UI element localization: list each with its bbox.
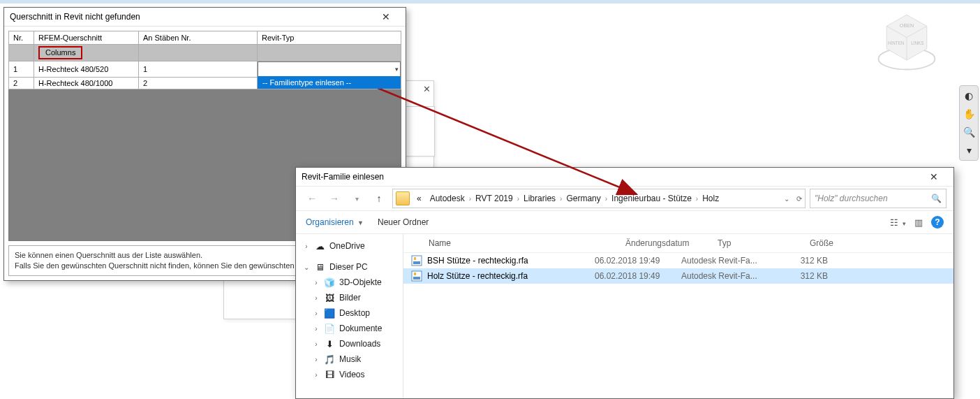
dropdown-option[interactable]: -- Familientype einlesen -- bbox=[258, 76, 401, 89]
tree-node[interactable]: ›🎵Musik bbox=[303, 351, 403, 367]
svg-rect-8 bbox=[414, 257, 416, 260]
rfa-file-icon bbox=[410, 270, 423, 282]
refresh-icon[interactable]: ⟳ bbox=[796, 195, 802, 203]
tree-node[interactable]: ›📄Dokumente bbox=[303, 321, 403, 336]
view-options-button[interactable]: ☷ ▾ bbox=[890, 217, 906, 228]
close-button[interactable]: ✕ bbox=[920, 168, 948, 185]
svg-text:OBEN: OBEN bbox=[900, 22, 914, 29]
table-row[interactable]: 1 H-Rechteck 480/520 1 ▾ -- Familientype… bbox=[9, 61, 401, 78]
tree-node[interactable]: ›🖼Bilder bbox=[303, 290, 403, 305]
group-label: Columns bbox=[38, 46, 82, 59]
dialog-titlebar: Revit-Familie einlesen ✕ bbox=[296, 168, 953, 187]
folder-icon bbox=[396, 191, 410, 205]
svg-text:LINKS: LINKS bbox=[911, 41, 923, 45]
search-icon: 🔍 bbox=[931, 194, 942, 203]
navigation-bar[interactable]: ◐ ✋ 🔍 ▾ bbox=[959, 85, 979, 161]
close-button[interactable]: ✕ bbox=[372, 8, 400, 25]
tree-node[interactable]: ›⬇Downloads bbox=[303, 336, 403, 351]
svg-rect-7 bbox=[413, 261, 420, 264]
breadcrumb[interactable]: « Autodesk› RVT 2019› Libraries› Germany… bbox=[392, 189, 805, 208]
more-icon[interactable]: ▾ bbox=[962, 143, 976, 157]
pic-icon: 🖼 bbox=[324, 292, 335, 303]
help-icon[interactable]: ? bbox=[931, 216, 944, 228]
navigation-row: ← → ▾ ↑ « Autodesk› RVT 2019› Libraries›… bbox=[296, 187, 953, 210]
svg-rect-10 bbox=[413, 277, 420, 280]
music-icon: 🎵 bbox=[324, 354, 335, 365]
organise-menu[interactable]: Organisieren ▼ bbox=[306, 217, 364, 227]
search-input[interactable]: "Holz" durchsuchen 🔍 bbox=[810, 189, 946, 208]
new-folder-button[interactable]: Neuer Ordner bbox=[378, 217, 429, 227]
recent-button[interactable]: ▾ bbox=[348, 189, 366, 208]
back-button[interactable]: ← bbox=[303, 189, 321, 208]
forward-button: → bbox=[325, 189, 343, 208]
cube-icon: 🧊 bbox=[324, 277, 335, 288]
toolbar: Organisieren ▼ Neuer Ordner ☷ ▾ ▥ ? bbox=[296, 210, 953, 234]
pan-icon[interactable]: ✋ bbox=[962, 107, 976, 121]
file-open-dialog: Revit-Familie einlesen ✕ ← → ▾ ↑ « Autod… bbox=[295, 167, 954, 399]
svg-rect-11 bbox=[414, 273, 416, 275]
dialog-titlebar: Querschnitt in Revit nicht gefunden ✕ bbox=[4, 8, 406, 27]
querschnitt-table[interactable]: Nr. RFEM-Querschnitt An Stäben Nr. Revit… bbox=[8, 31, 401, 89]
revit-type-select[interactable]: ▾ bbox=[258, 61, 401, 77]
wheel-icon[interactable]: ◐ bbox=[962, 89, 976, 103]
dialog-title: Revit-Familie einlesen bbox=[302, 172, 384, 182]
table-group-row[interactable]: Columns bbox=[9, 45, 401, 61]
preview-pane-button[interactable]: ▥ bbox=[914, 217, 923, 228]
folder-tree[interactable]: ›☁OneDrive⌄🖥Dieser PC›🧊3D-Objekte›🖼Bilde… bbox=[296, 234, 403, 398]
doc-icon: 📄 bbox=[324, 323, 335, 334]
chevron-down-icon: ▾ bbox=[395, 66, 399, 73]
rfa-file-icon bbox=[410, 255, 423, 266]
cloud-icon: ☁ bbox=[314, 240, 325, 252]
table-header: Nr. RFEM-Querschnitt An Stäben Nr. Revit… bbox=[9, 31, 401, 45]
tree-node[interactable]: ›🟦Desktop bbox=[303, 305, 403, 321]
file-row[interactable]: BSH Stütze - rechteckig.rfa06.02.2018 19… bbox=[403, 253, 953, 268]
file-row[interactable]: Holz Stütze - rechteckig.rfa06.02.2018 1… bbox=[403, 268, 953, 284]
tree-node[interactable]: ›🎞Videos bbox=[303, 367, 403, 382]
desk-icon: 🟦 bbox=[324, 307, 335, 319]
svg-text:HINTEN: HINTEN bbox=[888, 41, 905, 45]
zoom-icon[interactable]: 🔍 bbox=[962, 125, 976, 139]
close-icon: ✕ bbox=[423, 84, 431, 94]
tree-node[interactable]: ›🧊3D-Objekte bbox=[303, 275, 403, 290]
dialog-title: Querschnitt in Revit nicht gefunden bbox=[10, 12, 140, 22]
file-list-header[interactable]: Name Änderungsdatum Typ Größe bbox=[403, 234, 953, 253]
video-icon: 🎞 bbox=[324, 369, 335, 380]
up-button[interactable]: ↑ bbox=[370, 189, 388, 208]
tree-node[interactable]: ›☁OneDrive bbox=[303, 238, 403, 254]
down-icon: ⬇ bbox=[324, 338, 335, 349]
pc-icon: 🖥 bbox=[314, 261, 325, 273]
chevron-down-icon[interactable]: ⌄ bbox=[784, 195, 789, 203]
tree-node[interactable]: ⌄🖥Dieser PC bbox=[303, 259, 403, 275]
view-cube[interactable]: OBEN HINTEN LINKS bbox=[875, 10, 938, 73]
